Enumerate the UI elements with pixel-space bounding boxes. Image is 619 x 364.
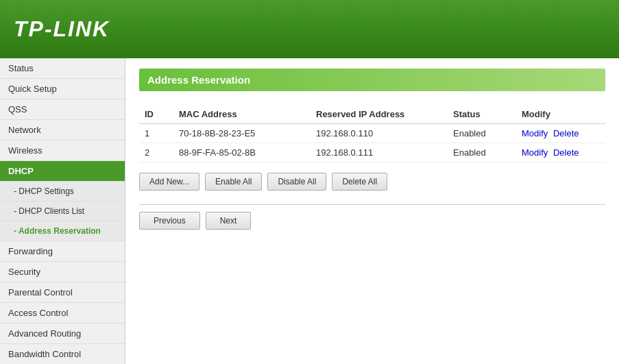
- page-title-bar: Address Reservation: [139, 69, 605, 91]
- delete-all-button[interactable]: Delete All: [332, 173, 387, 191]
- content-area: Address Reservation ID MAC Address Reser…: [125, 58, 619, 364]
- main-layout: Status Quick Setup QSS Network Wireless …: [0, 58, 619, 364]
- disable-all-button[interactable]: Disable All: [267, 173, 326, 191]
- row1-status: Enabled: [448, 124, 516, 143]
- row2-id: 2: [139, 143, 173, 162]
- sidebar-item-quick-setup[interactable]: Quick Setup: [0, 79, 125, 99]
- row2-ip: 192.168.0.111: [311, 143, 448, 162]
- col-header-mac: MAC Address: [173, 105, 311, 124]
- sidebar-item-advanced-routing[interactable]: Advanced Routing: [0, 324, 125, 344]
- sidebar-item-dhcp-settings[interactable]: - DHCP Settings: [0, 182, 125, 202]
- page-title: Address Reservation: [147, 74, 250, 86]
- section-divider: [139, 204, 605, 205]
- next-button[interactable]: Next: [206, 212, 252, 230]
- sidebar-item-forwarding[interactable]: Forwarding: [0, 241, 125, 262]
- sidebar-item-parental-control[interactable]: Parental Control: [0, 282, 125, 303]
- logo: TP-LINK: [14, 16, 110, 42]
- sidebar-item-wireless[interactable]: Wireless: [0, 141, 125, 161]
- sidebar-item-address-reservation[interactable]: - Address Reservation: [0, 221, 125, 241]
- sidebar-item-access-control[interactable]: Access Control: [0, 303, 125, 324]
- sidebar: Status Quick Setup QSS Network Wireless …: [0, 58, 125, 364]
- col-header-id: ID: [139, 105, 173, 124]
- row1-delete-link[interactable]: Delete: [553, 128, 579, 138]
- row2-modify-link[interactable]: Modify: [522, 147, 548, 158]
- sidebar-item-bandwidth-control[interactable]: Bandwidth Control: [0, 344, 125, 364]
- row1-ip: 192.168.0.110: [311, 124, 448, 143]
- col-header-ip: Reserved IP Address: [311, 105, 448, 124]
- action-buttons: Add New... Enable All Disable All Delete…: [139, 173, 605, 191]
- sidebar-item-dhcp[interactable]: DHCP: [0, 161, 125, 182]
- previous-button[interactable]: Previous: [139, 212, 200, 230]
- sidebar-item-network[interactable]: Network: [0, 120, 125, 141]
- col-header-status: Status: [448, 105, 516, 124]
- row1-id: 1: [139, 124, 173, 143]
- row1-actions: Modify Delete: [516, 124, 605, 143]
- header: TP-LINK: [0, 0, 619, 58]
- col-header-modify: Modify: [516, 105, 605, 124]
- enable-all-button[interactable]: Enable All: [205, 173, 262, 191]
- sidebar-item-qss[interactable]: QSS: [0, 99, 125, 120]
- sidebar-item-status[interactable]: Status: [0, 58, 125, 79]
- nav-buttons: Previous Next: [139, 212, 605, 230]
- address-reservation-table: ID MAC Address Reserved IP Address Statu…: [139, 105, 605, 162]
- row1-mac: 70-18-8B-28-23-E5: [173, 124, 311, 143]
- row2-status: Enabled: [448, 143, 516, 162]
- row2-actions: Modify Delete: [516, 143, 605, 162]
- row1-modify-link[interactable]: Modify: [522, 128, 548, 138]
- sidebar-item-security[interactable]: Security: [0, 262, 125, 282]
- sidebar-item-dhcp-clients-list[interactable]: - DHCP Clients List: [0, 202, 125, 221]
- add-new-button[interactable]: Add New...: [139, 173, 199, 191]
- row2-mac: 88-9F-FA-85-02-8B: [173, 143, 311, 162]
- row2-delete-link[interactable]: Delete: [553, 147, 579, 158]
- table-row: 2 88-9F-FA-85-02-8B 192.168.0.111 Enable…: [139, 143, 605, 162]
- table-row: 1 70-18-8B-28-23-E5 192.168.0.110 Enable…: [139, 124, 605, 143]
